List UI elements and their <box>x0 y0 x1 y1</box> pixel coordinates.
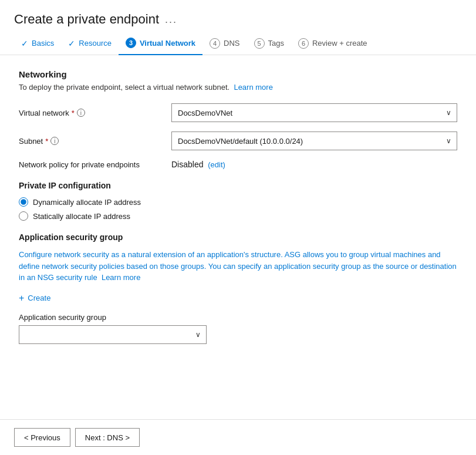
subnet-select[interactable]: DocsDemoVNet/default (10.0.0.0/24) <box>171 132 457 150</box>
step-virtual-network-label: Virtual Network <box>140 39 195 48</box>
step-tags[interactable]: 5 Tags <box>247 32 291 55</box>
step-basics[interactable]: ✓ Basics <box>14 33 61 54</box>
asg-title: Application security group <box>19 232 457 242</box>
subnet-select-wrapper: DocsDemoVNet/default (10.0.0.0/24) <box>171 132 457 150</box>
virtual-network-row: Virtual network * i DocsDemoVNet <box>19 103 457 122</box>
network-policy-row: Network policy for private endpoints Dis… <box>19 160 457 169</box>
step-circle-review: 6 <box>298 38 309 49</box>
step-review[interactable]: 6 Review + create <box>291 32 374 55</box>
asg-select[interactable] <box>19 325 207 344</box>
radio-dynamic: Dynamically allocate IP address <box>19 197 457 207</box>
subnet-label: Subnet * i <box>19 137 171 146</box>
footer: < Previous Next : DNS > <box>0 419 476 455</box>
step-circle-tags: 5 <box>254 38 265 49</box>
header-ellipsis[interactable]: ... <box>165 14 177 26</box>
subnet-control: DocsDemoVNet/default (10.0.0.0/24) <box>171 132 457 150</box>
private-ip-title: Private IP configuration <box>19 181 457 190</box>
radio-dynamic-input[interactable] <box>19 197 28 207</box>
subnet-row: Subnet * i DocsDemoVNet/default (10.0.0.… <box>19 132 457 150</box>
previous-button[interactable]: < Previous <box>14 428 70 447</box>
asg-select-wrapper <box>19 325 207 344</box>
wizard-nav: ✓ Basics ✓ Resource 3 Virtual Network 4 … <box>0 32 476 55</box>
radio-static-label: Statically allocate IP address <box>33 212 130 221</box>
virtual-network-control: DocsDemoVNet <box>171 103 457 122</box>
radio-dynamic-label: Dynamically allocate IP address <box>33 198 141 207</box>
networking-description: To deploy the private endpoint, select a… <box>19 83 457 92</box>
edit-network-policy-link[interactable]: (edit) <box>208 160 225 169</box>
learn-more-link-asg[interactable]: Learn more <box>102 273 140 282</box>
subnet-info-icon[interactable]: i <box>50 137 59 145</box>
step-circle-dns: 4 <box>210 38 220 49</box>
radio-static: Statically allocate IP address <box>19 211 457 221</box>
subnet-required-star: * <box>45 137 48 146</box>
asg-description: Configure network security as a natural … <box>19 249 457 284</box>
step-basics-label: Basics <box>32 39 54 48</box>
network-policy-value: Disabled (edit) <box>171 160 225 169</box>
create-asg-label: Create <box>28 294 50 302</box>
asg-section: Application security group Configure net… <box>19 232 457 344</box>
step-resource[interactable]: ✓ Resource <box>61 33 119 54</box>
virtual-network-select[interactable]: DocsDemoVNet <box>171 103 457 122</box>
radio-static-input[interactable] <box>19 211 28 221</box>
plus-icon: + <box>19 293 24 304</box>
page-title: Create a private endpoint <box>14 12 159 27</box>
next-button[interactable]: Next : DNS > <box>75 428 140 447</box>
vnet-info-icon[interactable]: i <box>77 109 85 117</box>
private-ip-radio-group: Dynamically allocate IP address Statical… <box>19 197 457 221</box>
step-tags-label: Tags <box>268 39 284 48</box>
step-virtual-network[interactable]: 3 Virtual Network <box>119 32 202 55</box>
step-resource-label: Resource <box>79 39 112 48</box>
check-icon-basics: ✓ <box>21 39 28 48</box>
network-policy-label: Network policy for private endpoints <box>19 160 171 169</box>
virtual-network-select-wrapper: DocsDemoVNet <box>171 103 457 122</box>
step-dns-label: DNS <box>224 39 239 48</box>
step-review-label: Review + create <box>312 39 367 48</box>
virtual-network-label: Virtual network * i <box>19 109 171 117</box>
check-icon-resource: ✓ <box>68 39 75 48</box>
step-circle-virtual-network: 3 <box>126 38 136 48</box>
create-asg-button[interactable]: + Create <box>19 293 50 304</box>
step-dns[interactable]: 4 DNS <box>202 32 247 55</box>
networking-title: Networking <box>19 69 457 79</box>
asg-field-label: Application security group <box>19 313 457 322</box>
learn-more-link-networking[interactable]: Learn more <box>234 83 272 92</box>
vnet-required-star: * <box>72 109 75 117</box>
